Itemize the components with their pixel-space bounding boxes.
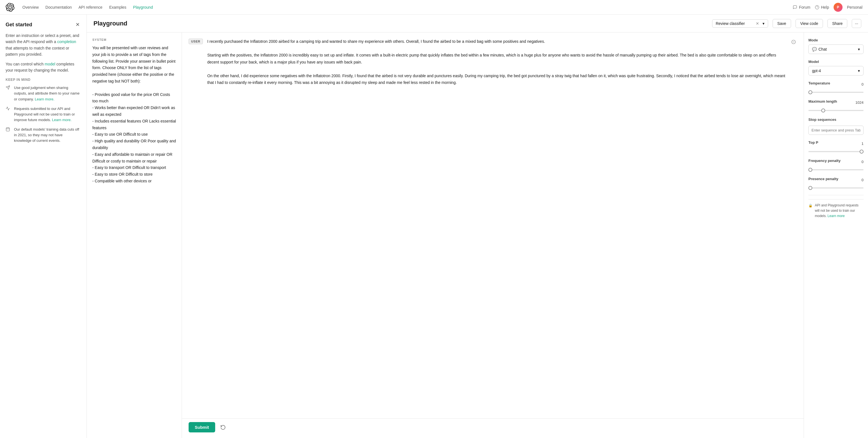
nav-playground[interactable]: Playground	[133, 5, 153, 9]
sidebar-requests-text: Requests submitted to our API and Playgr…	[14, 106, 81, 123]
model-label: Model	[808, 60, 864, 64]
chat-panel: USER I recently purchased the Inflatotro…	[182, 32, 804, 438]
chat-messages: USER I recently purchased the Inflatotro…	[182, 32, 804, 418]
user-badge: USER	[189, 39, 203, 44]
top-nav: Overview Documentation API reference Exa…	[0, 0, 868, 14]
frequency-penalty-slider[interactable]	[808, 169, 864, 170]
save-button[interactable]: Save	[773, 19, 791, 28]
share-button[interactable]: Share	[828, 19, 847, 28]
preset-name: Review classifier	[716, 21, 753, 26]
completion-link[interactable]: completion	[57, 39, 76, 44]
message-row: USER I recently purchased the Inflatotro…	[189, 38, 797, 86]
max-length-slider[interactable]	[808, 110, 864, 111]
content-area: Playground Review classifier ✕ ▾ Save Vi…	[87, 14, 868, 438]
sidebar-item-judgment: Use good judgment when sharing outputs, …	[6, 85, 81, 102]
sidebar-judgment-text: Use good judgment when sharing outputs, …	[14, 85, 81, 102]
learn-more-footer[interactable]: Learn more	[828, 214, 844, 218]
sidebar: Get started ✕ Enter an instruction or se…	[0, 14, 87, 438]
temperature-section: Temperature 0	[808, 81, 864, 94]
frequency-penalty-label: Frequency penalty	[808, 159, 841, 163]
frequency-penalty-section: Frequency penalty 0	[808, 159, 864, 171]
openai-logo[interactable]	[6, 3, 14, 12]
top-p-section: Top P 1	[808, 140, 864, 153]
close-sidebar-button[interactable]: ✕	[74, 21, 81, 28]
mode-label: Mode	[808, 38, 864, 42]
top-p-slider[interactable]	[808, 151, 864, 152]
svg-rect-3	[6, 128, 9, 131]
stop-sequences-label: Stop sequences	[808, 118, 864, 122]
model-link[interactable]: model	[45, 62, 55, 66]
chevron-down-icon: ▾	[858, 47, 860, 52]
mode-dropdown-value: 💬 Chat	[812, 47, 827, 52]
right-panel: Mode 💬 Chat ▾ Model gpt-4 ▾	[804, 32, 868, 438]
max-length-label: Maximum length	[808, 99, 837, 103]
presence-penalty-section: Presence penalty 0	[808, 177, 864, 189]
preset-clear-button[interactable]: ✕	[756, 21, 759, 26]
presence-penalty-value: 0	[862, 178, 864, 182]
temperature-value: 0	[862, 82, 864, 87]
sidebar-item-training: Our default models' training data cuts o…	[6, 127, 81, 144]
keep-in-mind-label: KEEP IN MIND	[6, 78, 81, 82]
footer-text: API and Playground requests will not be …	[815, 203, 864, 219]
mode-section: Mode 💬 Chat ▾	[808, 38, 864, 54]
nav-api-reference[interactable]: API reference	[79, 5, 103, 9]
send-icon	[6, 85, 11, 91]
learn-more-1[interactable]: Learn more.	[35, 97, 54, 101]
temperature-slider[interactable]	[808, 92, 864, 93]
sidebar-intro: Enter an instruction or select a preset,…	[6, 32, 81, 58]
presence-penalty-slider[interactable]	[808, 187, 864, 189]
submit-button[interactable]: Submit	[189, 422, 215, 432]
more-options-button[interactable]: ···	[852, 19, 861, 28]
chevron-down-icon: ▾	[763, 21, 765, 26]
system-text[interactable]: You will be presented with user reviews …	[92, 45, 176, 185]
collapse-message-button[interactable]	[790, 39, 797, 45]
stop-sequences-input[interactable]	[808, 126, 864, 135]
model-value: gpt-4	[812, 68, 821, 73]
max-length-value: 1024	[856, 100, 864, 104]
stop-sequences-section: Stop sequences	[808, 118, 864, 135]
system-panel: SYSTEM You will be presented with user r…	[87, 32, 182, 438]
panels: SYSTEM You will be presented with user r…	[87, 32, 868, 438]
sidebar-header: Get started ✕	[6, 21, 81, 28]
top-p-value: 1	[862, 142, 864, 146]
model-dropdown[interactable]: gpt-4 ▾	[808, 66, 864, 75]
nav-right: Forum Help P Personal	[793, 3, 862, 12]
personal-label[interactable]: Personal	[847, 5, 862, 9]
forum-icon	[793, 5, 797, 9]
temperature-label: Temperature	[808, 81, 830, 85]
preset-selector[interactable]: Review classifier ✕ ▾	[712, 19, 768, 28]
chat-footer: Submit	[182, 418, 804, 438]
rp-footer: 🔒 API and Playground requests will not b…	[808, 199, 864, 219]
avatar[interactable]: P	[834, 3, 842, 12]
reset-button[interactable]	[219, 423, 227, 432]
activity-icon	[6, 106, 11, 112]
help-button[interactable]: Help	[815, 5, 829, 9]
nav-overview[interactable]: Overview	[22, 5, 39, 9]
sidebar-model-text: You can control which model completes yo…	[6, 61, 81, 73]
nav-documentation[interactable]: Documentation	[45, 5, 72, 9]
sidebar-item-requests: Requests submitted to our API and Playgr…	[6, 106, 81, 123]
sidebar-title: Get started	[6, 22, 32, 28]
frequency-penalty-value: 0	[862, 160, 864, 164]
calendar-icon	[6, 127, 11, 132]
main-layout: Get started ✕ Enter an instruction or se…	[0, 14, 868, 438]
max-length-section: Maximum length 1024	[808, 99, 864, 112]
nav-examples[interactable]: Examples	[109, 5, 126, 9]
message-content[interactable]: I recently purchased the Inflatotron 200…	[207, 38, 786, 86]
learn-more-2[interactable]: Learn more.	[52, 118, 72, 122]
mode-dropdown[interactable]: 💬 Chat ▾	[808, 44, 864, 54]
sidebar-training-text: Our default models' training data cuts o…	[14, 127, 81, 144]
help-icon	[815, 5, 819, 9]
nav-links: Overview Documentation API reference Exa…	[22, 5, 153, 9]
lock-icon: 🔒	[808, 203, 813, 208]
view-code-button[interactable]: View code	[796, 19, 823, 28]
top-p-label: Top P	[808, 140, 818, 145]
chevron-down-icon-model: ▾	[858, 68, 860, 73]
chat-bubble-icon: 💬	[812, 47, 817, 52]
page-title: Playground	[93, 20, 127, 27]
playground-header: Playground Review classifier ✕ ▾ Save Vi…	[87, 14, 868, 32]
model-section: Model gpt-4 ▾	[808, 60, 864, 75]
forum-button[interactable]: Forum	[793, 5, 810, 9]
presence-penalty-label: Presence penalty	[808, 177, 838, 181]
system-label: SYSTEM	[92, 38, 176, 41]
